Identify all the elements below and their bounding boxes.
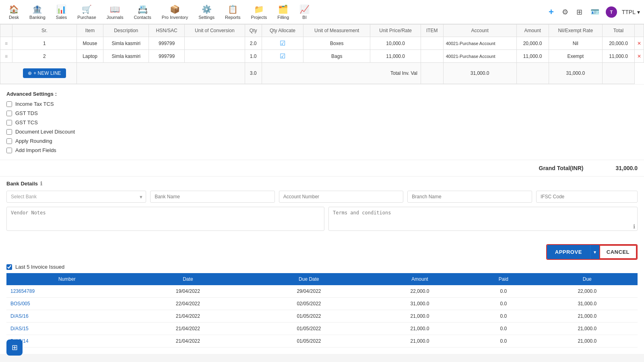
grid-icon[interactable]: ⊞ [575, 6, 584, 18]
drag-handle[interactable]: ≡ [0, 50, 12, 63]
checkboxes-container: Income Tax TCS GST TDS GST TCS Document … [6, 101, 638, 144]
nav-contacts[interactable]: 📇 Contacts [129, 2, 156, 22]
vendor-notes-input[interactable] [6, 207, 324, 231]
hsn-cell: 999799 [149, 37, 185, 50]
nav-projects[interactable]: 📁 Projects [246, 2, 272, 22]
gst_tcs-checkbox[interactable] [6, 120, 12, 125]
account-cell: 40021-Purchase Account [443, 50, 516, 63]
select-bank-wrapper: Select Bank ▾ [6, 191, 146, 203]
invoice-date: 21/04/2022 [128, 323, 249, 335]
cancel-button[interactable]: CANCEL [599, 245, 637, 259]
doc_level_discount-checkbox[interactable] [6, 129, 12, 135]
checkbox-row-income_tax_tcs: Income Tax TCS [6, 101, 638, 107]
nav-reports[interactable]: 📋 Reports [220, 2, 246, 22]
approve-button[interactable]: APPROVE [547, 245, 590, 259]
invoice-due: 31,000.0 [537, 298, 638, 310]
total-cell: 20,000.0 [602, 37, 634, 50]
nav-bi[interactable]: 📈 BI [295, 2, 314, 22]
approve-cancel-wrapper: APPROVE ▾ CANCEL [546, 244, 638, 260]
nav-banking[interactable]: 🏦 Banking [25, 2, 50, 22]
unit-measurement-cell: Boxes [303, 37, 370, 50]
reports-icon: 📋 [228, 4, 238, 14]
row-delete[interactable]: ✕ [635, 37, 644, 50]
invoice-amount: 22,000.0 [369, 285, 470, 298]
nav-journals[interactable]: 📖 Journals [102, 2, 128, 22]
new-line-button[interactable]: ⊕ + NEW LINE [23, 68, 66, 78]
col-unit-measurement: Unit of Measurement [303, 25, 370, 37]
invoice-number[interactable]: D/AS/14 [6, 335, 128, 348]
terms-input[interactable] [328, 207, 638, 231]
invoice-number[interactable]: BOS/005 [6, 298, 128, 310]
row-delete[interactable]: ✕ [635, 50, 644, 63]
add-button[interactable]: + [547, 5, 555, 19]
invoice-row: BOS/005 22/04/2022 02/05/2022 31,000.0 0… [6, 298, 638, 310]
terms-field-wrapper: ℹ [328, 207, 638, 232]
total-account [421, 63, 443, 84]
invoice-date: 22/04/2022 [128, 298, 249, 310]
invoice-number[interactable]: D/AS/15 [6, 323, 128, 335]
card-icon[interactable]: 🪪 [589, 6, 601, 18]
account-cell: 40021-Purchase Account [443, 37, 516, 50]
item-cell[interactable]: Mouse [76, 37, 103, 50]
nav-purchase[interactable]: 🛒 Purchase [72, 2, 101, 22]
nav-sales[interactable]: 📊 Sales [51, 2, 72, 22]
invoice-col-paid: Paid [470, 273, 537, 285]
branch-name-input[interactable] [407, 191, 532, 203]
total-qty-value: 3.0 [245, 63, 262, 84]
account-number-input[interactable] [279, 191, 404, 203]
qty-allocate-cell[interactable]: ☑ [262, 50, 303, 63]
notes-row: ℹ [6, 207, 638, 232]
invoice-col-number: Number [6, 273, 128, 285]
invoice-col-date: Date [128, 273, 249, 285]
col-nil-exempt: Nil/Exempt Rate [549, 25, 602, 37]
invoice-col-due: Due [537, 273, 638, 285]
nav-desk-label: Desk [9, 15, 19, 20]
qty-allocate-cell[interactable]: ☑ [262, 37, 303, 50]
bottom-left-icon[interactable]: ⊞ [6, 339, 23, 354]
projects-icon: 📁 [254, 4, 264, 14]
advanced-settings-title: Advanced Settings : [6, 91, 638, 97]
nav-pro-inventory[interactable]: 📦 Pro Inventory [157, 2, 193, 22]
invoice-paid: 0.0 [470, 285, 537, 298]
gst_tds-checkbox[interactable] [6, 111, 12, 116]
add-import-checkbox[interactable] [6, 148, 12, 153]
user-name: TTPL [622, 9, 636, 15]
approve-dropdown-button[interactable]: ▾ [590, 245, 599, 259]
unit-price-cell: 11,000.0 [370, 50, 421, 63]
select-bank[interactable]: Select Bank [7, 191, 136, 202]
col-qty: Qty [245, 25, 262, 37]
nav-reports-label: Reports [225, 15, 241, 20]
total-qty-label [76, 63, 245, 84]
gear-icon[interactable]: ⚙ [560, 6, 570, 18]
user-dropdown[interactable]: TTPL ▾ [622, 9, 640, 15]
nav-settings[interactable]: ⚙️ Settings [194, 2, 219, 22]
nav-contacts-label: Contacts [134, 15, 151, 20]
doc_level_discount-label: Document Level Discount [15, 129, 75, 135]
invoice-table: NumberDateDue DateAmountPaidDue 12365478… [6, 273, 638, 348]
desk-icon: 🏠 [9, 4, 19, 14]
nav-journals-label: Journals [107, 15, 124, 20]
col-hsn: HSN/SAC [149, 25, 185, 37]
nav-filling[interactable]: 🗂️ Filling [272, 2, 294, 22]
ifsc-input[interactable] [536, 191, 638, 203]
invoice-table-header: NumberDateDue DateAmountPaidDue [6, 273, 638, 285]
bank-name-input[interactable] [150, 191, 275, 203]
apply_rounding-checkbox[interactable] [6, 138, 12, 144]
apply_rounding-label: Apply Rounding [15, 138, 52, 144]
col-item: ITEM [421, 25, 443, 37]
nav-desk[interactable]: 🏠 Desk [4, 2, 24, 22]
invoice-due: 21,000.0 [537, 335, 638, 348]
item-cell[interactable]: Laptop [76, 50, 103, 63]
last-invoice-label: Last 5 Invoice Issued [15, 264, 64, 270]
income_tax_tcs-checkbox[interactable] [6, 101, 12, 107]
invoice-paid: 0.0 [470, 323, 537, 335]
checkbox-row-gst_tcs: GST TCS [6, 119, 638, 125]
invoice-number[interactable]: 123654789 [6, 285, 128, 298]
invoice-number[interactable]: D/AS/16 [6, 310, 128, 323]
col-drag [0, 25, 12, 37]
last-invoice-checkbox[interactable] [6, 264, 12, 270]
invoice-amount: 21,000.0 [369, 323, 470, 335]
drag-handle[interactable]: ≡ [0, 37, 12, 50]
col-description: Description [103, 25, 149, 37]
last-invoice-section: Last 5 Invoice Issued NumberDateDue Date… [0, 264, 644, 354]
